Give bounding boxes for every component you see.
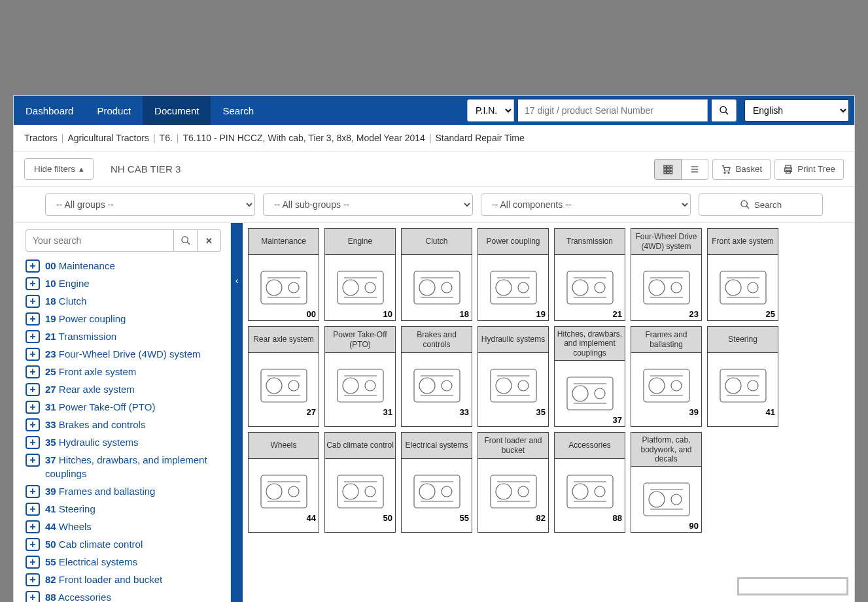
expand-icon[interactable]: + — [26, 295, 40, 308]
list-view-button[interactable] — [682, 159, 708, 180]
svg-rect-33 — [414, 271, 460, 304]
svg-point-64 — [343, 378, 358, 393]
expand-icon[interactable]: + — [26, 591, 40, 602]
tree-item-10[interactable]: +10 Engine — [26, 275, 221, 292]
category-card-23[interactable]: Four-Wheel Drive (4WD) system23 — [631, 228, 702, 321]
category-card-88[interactable]: Accessories88 — [554, 432, 625, 533]
tree-item-44[interactable]: +44 Wheels — [26, 518, 221, 535]
category-card-44[interactable]: Wheels44 — [248, 432, 319, 533]
subgroups-select[interactable]: -- All sub-groups -- — [263, 193, 473, 216]
tree-item-33[interactable]: +33 Brakes and controls — [26, 416, 221, 433]
tree-item-18[interactable]: +18 Clutch — [26, 292, 221, 310]
expand-icon[interactable]: + — [26, 454, 40, 467]
expand-icon[interactable]: + — [26, 259, 40, 273]
category-card-10[interactable]: Engine10 — [324, 228, 396, 321]
tree-item-39[interactable]: +39 Frames and ballasting — [26, 482, 221, 500]
tree-item-00[interactable]: +00 Maintenance — [26, 257, 221, 275]
tree-item-88[interactable]: +88 Accessories — [26, 588, 221, 602]
tree-item-25[interactable]: +25 Front axle system — [26, 363, 221, 380]
sidebar-search-button[interactable] — [174, 229, 198, 252]
tree-item-35[interactable]: +35 Hydraulic systems — [26, 433, 221, 451]
category-card-27[interactable]: Rear axle system27 — [248, 326, 319, 427]
breadcrumb-item[interactable]: Tractors — [24, 133, 58, 143]
print-tree-button[interactable]: Print Tree — [774, 159, 844, 180]
tree-item-37[interactable]: +37 Hitches, drawbars, and implement cou… — [26, 451, 221, 482]
tree-item-50[interactable]: +50 Cab climate control — [26, 535, 221, 553]
category-card-90[interactable]: Platform, cab, bodywork, and decals90 — [631, 432, 702, 533]
breadcrumb-separator: | — [153, 133, 156, 143]
expand-icon[interactable]: + — [26, 348, 40, 361]
expand-icon[interactable]: + — [26, 312, 40, 326]
pin-select[interactable]: P.I.N. — [467, 99, 514, 122]
category-card-82[interactable]: Front loader and bucket82 — [477, 432, 549, 533]
expand-icon[interactable]: + — [26, 520, 40, 533]
tree-item-21[interactable]: +21 Transmission — [26, 327, 221, 345]
card-header: Rear axle system — [249, 327, 319, 353]
groups-select[interactable]: -- All groups -- — [45, 193, 255, 216]
card-header: Four-Wheel Drive (4WD) system — [631, 229, 701, 255]
tree-item-82[interactable]: +82 Front loader and bucket — [26, 571, 221, 588]
nav-item-product[interactable]: Product — [85, 96, 143, 125]
category-card-35[interactable]: Hydraulic systems35 — [477, 326, 549, 427]
expand-icon[interactable]: + — [26, 383, 40, 396]
category-card-55[interactable]: Electrical systems55 — [401, 432, 472, 533]
expand-icon[interactable]: + — [26, 436, 40, 449]
category-card-41[interactable]: Steering41 — [707, 326, 778, 427]
category-card-37[interactable]: Hitches, drawbars, and implement couplin… — [554, 326, 625, 427]
breadcrumb-item[interactable]: T6. — [160, 133, 173, 143]
basket-button[interactable]: Basket — [712, 159, 771, 180]
category-card-50[interactable]: Cab climate control50 — [324, 432, 396, 533]
nav-item-document[interactable]: Document — [143, 96, 211, 125]
category-card-19[interactable]: Power coupling19 — [477, 228, 549, 321]
search-icon — [740, 199, 750, 210]
tree-item-31[interactable]: +31 Power Take-Off (PTO) — [26, 398, 221, 416]
sidebar-clear-button[interactable]: ✕ — [198, 229, 221, 252]
category-card-39[interactable]: Frames and ballasting39 — [631, 326, 702, 427]
tree-label: 41 Steering — [45, 502, 95, 516]
category-card-18[interactable]: Clutch18 — [401, 228, 472, 321]
filter-search-button[interactable]: Search — [699, 193, 823, 216]
expand-icon[interactable]: + — [26, 503, 40, 516]
expand-icon[interactable]: + — [26, 401, 40, 414]
svg-point-105 — [442, 486, 452, 497]
sidebar-collapse-handle[interactable]: ‹ — [231, 223, 243, 602]
category-card-21[interactable]: Transmission21 — [554, 228, 625, 321]
expand-icon[interactable]: + — [26, 556, 40, 569]
chat-widget[interactable] — [737, 577, 848, 595]
serial-search-button[interactable] — [712, 99, 737, 122]
category-card-25[interactable]: Front axle system25 — [707, 228, 778, 321]
tree-item-19[interactable]: +19 Power coupling — [26, 310, 221, 327]
expand-icon[interactable]: + — [26, 330, 40, 343]
category-card-31[interactable]: Power Take-Off (PTO)31 — [324, 326, 396, 427]
expand-icon[interactable]: + — [26, 418, 40, 431]
expand-icon[interactable]: + — [26, 538, 40, 551]
tree-item-55[interactable]: +55 Electrical systems — [26, 553, 221, 571]
grid-icon — [663, 164, 673, 175]
category-card-33[interactable]: Brakes and controls33 — [401, 326, 472, 427]
breadcrumb-item[interactable]: T6.110 - PIN HCCZ, With cab, Tier 3, 8x8… — [182, 133, 425, 143]
hide-filters-button[interactable]: Hide filters ▴ — [24, 158, 94, 180]
language-select[interactable]: English — [744, 99, 849, 122]
category-card-00[interactable]: Maintenance00 — [248, 228, 319, 321]
expand-icon[interactable]: + — [26, 573, 40, 586]
tree-item-27[interactable]: +27 Rear axle system — [26, 380, 221, 398]
card-code: 41 — [766, 407, 775, 417]
tree-item-23[interactable]: +23 Four-Wheel Drive (4WD) system — [26, 345, 221, 363]
grid-view-button[interactable] — [654, 159, 682, 180]
components-select[interactable]: -- All components -- — [481, 193, 691, 216]
nav-search-area: P.I.N. English — [467, 96, 854, 125]
nav-item-dashboard[interactable]: Dashboard — [14, 96, 85, 125]
svg-point-84 — [649, 378, 665, 393]
serial-input[interactable] — [518, 99, 708, 122]
expand-icon[interactable]: + — [26, 485, 40, 498]
card-header: Cab climate control — [325, 433, 395, 459]
tree-item-41[interactable]: +41 Steering — [26, 500, 221, 518]
breadcrumb-item[interactable]: Agricultural Tractors — [67, 133, 148, 143]
breadcrumb-item: Standard Repair Time — [436, 133, 525, 143]
sidebar-search-input[interactable] — [26, 229, 174, 252]
card-image: 10 — [325, 255, 395, 320]
expand-icon[interactable]: + — [26, 365, 40, 378]
expand-icon[interactable]: + — [26, 277, 40, 290]
sidebar: ✕ +00 Maintenance+10 Engine+18 Clutch+19… — [14, 223, 231, 602]
nav-item-search[interactable]: Search — [211, 96, 266, 125]
